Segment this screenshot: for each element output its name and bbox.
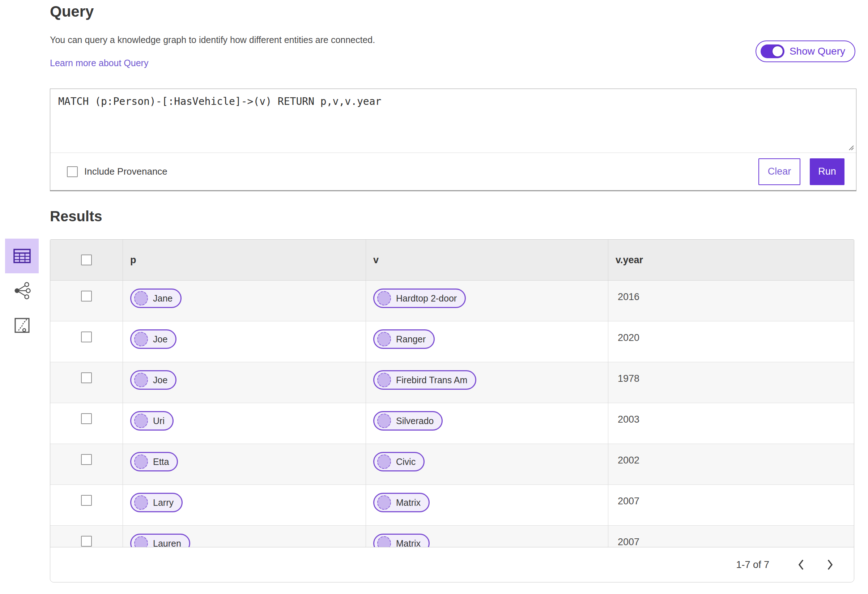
- results-table: p v v.year Jane Hardtop 2-door 2: [50, 239, 854, 582]
- vehicle-node-pill[interactable]: Hardtop 2-door: [373, 289, 466, 308]
- row-checkbox-cell: [50, 321, 123, 362]
- clear-button[interactable]: Clear: [759, 158, 800, 185]
- table-header-row: p v v.year: [50, 240, 854, 280]
- include-provenance-checkbox[interactable]: [67, 166, 78, 177]
- node-circle-icon: [377, 414, 391, 428]
- person-cell: Joe: [123, 362, 366, 403]
- page-title: Query: [50, 3, 94, 20]
- previous-page-button[interactable]: [793, 556, 810, 573]
- node-circle-icon: [134, 454, 148, 469]
- vehicle-node-pill[interactable]: Matrix: [373, 493, 430, 512]
- row-checkbox[interactable]: [81, 454, 92, 465]
- include-provenance-option[interactable]: Include Provenance: [67, 166, 167, 177]
- path-view-tab[interactable]: [5, 308, 39, 343]
- table-body: Jane Hardtop 2-door 2016 Joe Ranger: [50, 280, 854, 566]
- chevron-right-icon: [826, 559, 834, 571]
- vehicle-node-label: Firebird Trans Am: [396, 375, 467, 385]
- node-circle-icon: [134, 414, 148, 428]
- toggle-switch-icon[interactable]: [760, 44, 784, 58]
- row-checkbox[interactable]: [81, 536, 92, 547]
- vehicle-node-label: Civic: [396, 457, 416, 467]
- column-header-v: v: [366, 240, 608, 280]
- person-node-label: Etta: [153, 457, 169, 467]
- year-cell: 2002: [608, 444, 854, 485]
- row-checkbox-cell: [50, 280, 123, 321]
- person-node-label: Joe: [153, 334, 167, 345]
- query-page: Query You can query a knowledge graph to…: [0, 0, 868, 594]
- query-panel-footer: Include Provenance Clear Run: [50, 153, 856, 190]
- vehicle-cell: Hardtop 2-door: [366, 280, 608, 321]
- table-row: Jane Hardtop 2-door 2016: [50, 280, 854, 321]
- row-checkbox[interactable]: [81, 413, 92, 424]
- vehicle-cell: Civic: [366, 444, 608, 485]
- resize-grip-icon[interactable]: [846, 143, 854, 151]
- run-button[interactable]: Run: [810, 158, 844, 185]
- person-node-label: Uri: [153, 416, 165, 426]
- vehicle-node-pill[interactable]: Silverado: [373, 411, 443, 430]
- node-circle-icon: [134, 332, 148, 346]
- next-page-button[interactable]: [821, 556, 839, 573]
- year-cell: 1978: [608, 362, 854, 403]
- node-circle-icon: [134, 291, 148, 305]
- vehicle-node-pill[interactable]: Ranger: [373, 329, 435, 349]
- column-header-v-year: v.year: [608, 240, 854, 280]
- learn-more-link[interactable]: Learn more about Query: [50, 58, 148, 68]
- person-cell: Etta: [123, 444, 366, 485]
- select-all-checkbox[interactable]: [81, 255, 92, 265]
- page-description: You can query a knowledge graph to ident…: [50, 35, 375, 45]
- row-checkbox-cell: [50, 403, 123, 444]
- node-circle-icon: [377, 291, 391, 305]
- person-cell: Jane: [123, 280, 366, 321]
- vehicle-node-label: Silverado: [396, 416, 434, 426]
- person-node-label: Jane: [153, 293, 173, 304]
- row-checkbox[interactable]: [81, 291, 92, 302]
- row-checkbox[interactable]: [81, 332, 92, 342]
- table-row: Uri Silverado 2003: [50, 403, 854, 444]
- table-pagination: 1-7 of 7: [50, 547, 854, 582]
- show-query-toggle[interactable]: Show Query: [756, 40, 855, 62]
- node-circle-icon: [377, 495, 391, 510]
- row-checkbox-cell: [50, 485, 123, 525]
- results-view-switcher: [5, 239, 39, 343]
- vehicle-cell: Silverado: [366, 403, 608, 444]
- row-checkbox-cell: [50, 362, 123, 403]
- page-range-label: 1-7 of 7: [736, 559, 769, 570]
- row-checkbox[interactable]: [81, 495, 92, 506]
- show-query-label: Show Query: [790, 46, 845, 57]
- toggle-knob: [772, 46, 783, 57]
- person-cell: Joe: [123, 321, 366, 362]
- table-view-tab[interactable]: [5, 239, 39, 273]
- column-header-p: p: [123, 240, 366, 280]
- route-map-icon: [14, 317, 30, 333]
- year-cell: 2020: [608, 321, 854, 362]
- query-input[interactable]: MATCH (p:Person)-[:HasVehicle]->(v) RETU…: [50, 89, 856, 153]
- network-graph-icon: [13, 282, 31, 299]
- row-checkbox[interactable]: [81, 372, 92, 383]
- person-node-pill[interactable]: Uri: [130, 411, 174, 430]
- row-checkbox-cell: [50, 444, 123, 485]
- query-panel: MATCH (p:Person)-[:HasVehicle]->(v) RETU…: [50, 88, 856, 191]
- graph-view-tab[interactable]: [5, 273, 39, 308]
- year-cell: 2007: [608, 485, 854, 525]
- node-circle-icon: [377, 332, 391, 346]
- header-checkbox-cell: [50, 240, 123, 280]
- person-node-pill[interactable]: Etta: [130, 452, 178, 472]
- table-row: Joe Firebird Trans Am 1978: [50, 362, 854, 403]
- person-node-label: Larry: [153, 497, 174, 508]
- person-node-pill[interactable]: Joe: [130, 370, 177, 390]
- vehicle-node-label: Matrix: [396, 497, 421, 508]
- person-node-pill[interactable]: Larry: [130, 493, 183, 512]
- vehicle-node-label: Hardtop 2-door: [396, 293, 457, 304]
- vehicle-node-pill[interactable]: Firebird Trans Am: [373, 370, 476, 390]
- vehicle-node-pill[interactable]: Civic: [373, 452, 425, 472]
- query-editor-area: MATCH (p:Person)-[:HasVehicle]->(v) RETU…: [50, 89, 856, 153]
- table-row: Etta Civic 2002: [50, 444, 854, 485]
- vehicle-cell: Ranger: [366, 321, 608, 362]
- table-row: Larry Matrix 2007: [50, 485, 854, 526]
- person-node-pill[interactable]: Joe: [130, 329, 177, 349]
- person-node-pill[interactable]: Jane: [130, 289, 182, 308]
- table-icon: [13, 249, 31, 263]
- person-node-label: Joe: [153, 375, 167, 385]
- year-cell: 2003: [608, 403, 854, 444]
- include-provenance-label: Include Provenance: [84, 166, 167, 177]
